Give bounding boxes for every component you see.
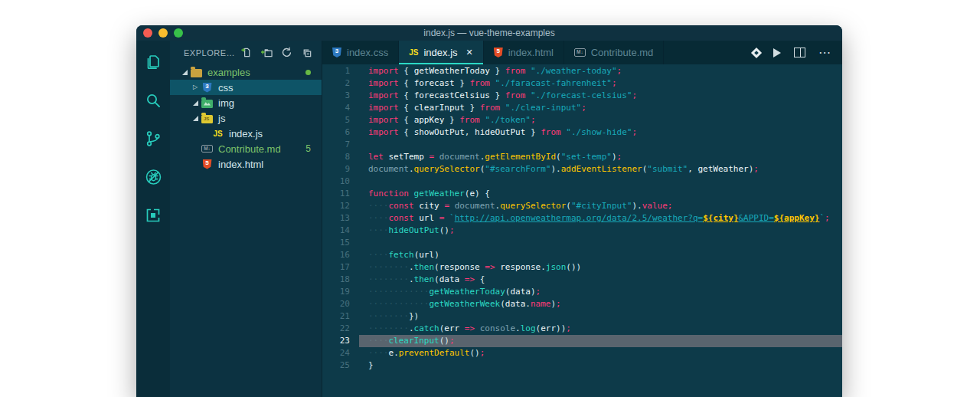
code-token	[459, 274, 465, 284]
line-number: 6	[322, 126, 359, 139]
indent-whitespace: ····	[368, 225, 389, 235]
code-line-content: import { appKey } from "./token";	[359, 114, 842, 126]
code-line: 22········.catch(err => console.log(err)…	[322, 323, 842, 335]
code-token: {	[399, 127, 414, 137]
code-token: {	[399, 103, 414, 113]
code-token: const	[389, 201, 414, 211]
collapse-all-icon[interactable]	[301, 47, 312, 58]
folder-icon	[191, 69, 202, 77]
code-token: from	[505, 66, 526, 76]
explorer-files-icon[interactable]	[144, 52, 163, 71]
code-token	[525, 66, 531, 76]
code-token: ())	[566, 262, 581, 272]
twisty-expanded-icon[interactable]	[190, 116, 201, 121]
twisty-expanded-icon[interactable]	[179, 70, 190, 75]
code-token: }	[444, 115, 459, 125]
explorer-sidebar: EXPLORE…	[170, 41, 322, 397]
code-token: ,	[688, 164, 697, 174]
code-editor[interactable]: 1import { getWeatherToday } from "./weat…	[322, 64, 842, 397]
code-token: .	[409, 323, 414, 333]
code-token: (	[500, 299, 505, 309]
code-token: import	[368, 115, 399, 125]
code-line-content: }	[359, 359, 842, 372]
tree-item-index.html[interactable]: 5index.html	[170, 156, 322, 172]
search-icon[interactable]	[144, 90, 163, 110]
markdown-file-icon: M↓	[201, 145, 213, 153]
tree-item-js[interactable]: js	[170, 110, 322, 126]
code-token: =>	[485, 262, 495, 272]
line-number: 5	[322, 114, 359, 126]
code-token	[449, 201, 455, 211]
new-file-icon[interactable]	[240, 47, 252, 58]
formatter-diamond-icon[interactable]	[753, 49, 760, 57]
code-line: 5import { appKey } from "./token";	[322, 114, 842, 126]
code-line-content: ····const url = `http://api.openweatherm…	[359, 212, 842, 225]
js-file-icon: JS	[409, 48, 418, 57]
code-token: log	[521, 323, 536, 333]
git-branch-icon[interactable]	[144, 129, 163, 148]
debug-disabled-icon[interactable]	[144, 167, 163, 186]
code-line-content: ····const city = document.querySelector(…	[359, 200, 842, 212]
code-token: "./weather-today"	[531, 66, 617, 76]
twisty-expanded-icon[interactable]	[190, 100, 201, 106]
code-token: "./show-hide"	[566, 127, 632, 137]
code-token: console	[480, 323, 515, 333]
indent-whitespace: ············	[368, 299, 429, 309]
close-tab-icon[interactable]: ✕	[466, 48, 473, 57]
indent-whitespace: ····	[368, 348, 389, 358]
code-token: ${city}	[703, 213, 738, 223]
indent-whitespace: ····	[368, 201, 389, 211]
code-token: {	[399, 115, 414, 125]
tab-Contribute.md[interactable]: M↓Contribute.md	[564, 41, 664, 64]
code-token	[500, 103, 505, 113]
tree-item-examples[interactable]: examples	[170, 64, 322, 80]
code-token: import	[368, 66, 399, 76]
code-token: ;	[536, 287, 541, 297]
tree-item-index.js[interactable]: JSindex.js	[170, 126, 322, 141]
code-token: "set-temp"	[561, 152, 612, 162]
code-line-content: import { clearInput } from "./clear-inpu…	[359, 102, 842, 114]
indent-whitespace: ········	[368, 311, 409, 321]
line-number: 2	[322, 77, 359, 90]
code-token: )	[612, 152, 617, 162]
more-actions-icon[interactable]: ⋯	[818, 49, 831, 57]
new-folder-icon[interactable]	[260, 47, 273, 58]
html-file-icon: 5	[494, 48, 503, 57]
code-token: {	[475, 274, 485, 284]
code-line-content: ········.then(data => {	[359, 274, 842, 286]
tree-item-img[interactable]: img	[170, 95, 322, 110]
line-number: 9	[322, 163, 359, 176]
code-token: clearInput	[414, 103, 465, 113]
tab-index.js[interactable]: JSindex.js✕	[399, 41, 484, 64]
code-token: ).	[550, 164, 560, 174]
tab-index.html[interactable]: 5index.html	[484, 41, 564, 64]
tree-item-Contribute.md[interactable]: M↓Contribute.md5	[170, 141, 322, 156]
split-editor-icon[interactable]	[794, 48, 805, 57]
indent-whitespace: ····	[368, 250, 389, 260]
twisty-collapsed-icon[interactable]: ▷	[190, 84, 201, 90]
tab-label: Contribute.md	[591, 47, 654, 58]
code-line: 15	[322, 237, 842, 249]
tree-item-css[interactable]: ▷3css	[170, 80, 322, 95]
code-token: "#searchForm"	[485, 164, 550, 174]
code-token: http://api.openweathermap.org/data/2.5/w…	[455, 213, 704, 223]
code-token: =>	[465, 323, 475, 333]
code-token: )	[531, 287, 536, 297]
run-icon[interactable]	[773, 48, 781, 57]
code-token: err	[444, 323, 459, 333]
extensions-icon[interactable]	[144, 205, 163, 225]
refresh-icon[interactable]	[281, 47, 292, 58]
code-token: data	[510, 287, 531, 297]
code-line: 19············getWeatherToday(data);	[322, 286, 842, 298]
code-token: }	[490, 66, 505, 76]
code-line-content	[359, 139, 842, 151]
tab-index.css[interactable]: 3index.css	[322, 41, 399, 64]
code-token: "./token"	[485, 115, 531, 125]
code-line: 21········})	[322, 310, 842, 323]
line-number: 13	[322, 212, 359, 225]
code-token: document	[439, 152, 480, 162]
code-token: .	[409, 164, 414, 174]
code-token: ;	[531, 115, 536, 125]
code-token: {	[399, 78, 414, 88]
code-token	[434, 213, 439, 223]
